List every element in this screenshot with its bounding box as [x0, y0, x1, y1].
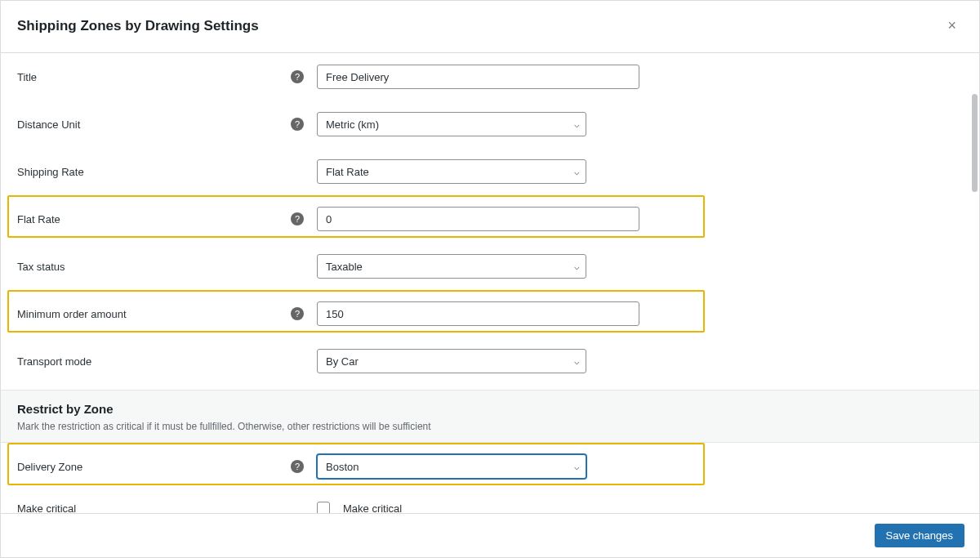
tax-status-label: Tax status [17, 261, 291, 273]
min-order-input[interactable] [317, 301, 639, 326]
row-make-critical: Make critical Make critical [1, 490, 979, 513]
flat-rate-input-col: ? [291, 207, 639, 231]
row-delivery-zone: Delivery Zone ? ⌵ [1, 443, 979, 490]
form-body: Title ? Distance Unit ? ⌵ [1, 53, 979, 513]
distance-unit-value[interactable] [317, 112, 586, 136]
min-order-label: Minimum order amount [17, 308, 291, 320]
transport-mode-select[interactable]: ⌵ [317, 349, 586, 373]
modal-body[interactable]: Title ? Distance Unit ? ⌵ [1, 53, 979, 513]
modal-footer: Save changes [1, 513, 979, 557]
title-label: Title [17, 71, 291, 83]
row-title: Title ? [1, 53, 979, 100]
close-button[interactable]: × [941, 14, 963, 38]
settings-modal: Shipping Zones by Drawing Settings × Tit… [0, 0, 980, 558]
row-shipping-rate: Shipping Rate ⌵ [1, 148, 979, 195]
make-critical-checkbox-label: Make critical [343, 502, 402, 514]
tax-status-select[interactable]: ⌵ [317, 254, 586, 279]
make-critical-input-col: Make critical [291, 502, 402, 513]
tax-status-value[interactable] [317, 254, 586, 279]
transport-mode-value[interactable] [317, 349, 586, 373]
tax-status-input-col: ⌵ [291, 254, 586, 279]
delivery-zone-select[interactable]: ⌵ [317, 454, 586, 479]
row-tax-status: Tax status ⌵ [1, 243, 979, 290]
help-icon[interactable]: ? [291, 118, 304, 131]
flat-rate-input[interactable] [317, 207, 639, 231]
section-restrict-zone: Restrict by Zone Mark the restriction as… [1, 390, 979, 443]
row-min-order: Minimum order amount ? [1, 290, 979, 337]
make-critical-label: Make critical [17, 502, 291, 514]
help-spacer [291, 502, 304, 513]
help-icon[interactable]: ? [291, 307, 304, 320]
title-input[interactable] [317, 65, 639, 89]
help-spacer [291, 260, 304, 273]
shipping-rate-label: Shipping Rate [17, 166, 291, 178]
delivery-zone-input-col: ? ⌵ [291, 454, 586, 479]
distance-unit-label: Distance Unit [17, 118, 291, 131]
row-transport-mode: Transport mode ⌵ [1, 337, 979, 385]
min-order-input-col: ? [291, 301, 639, 326]
make-critical-checkbox[interactable] [317, 502, 330, 513]
row-distance-unit: Distance Unit ? ⌵ [1, 100, 979, 148]
save-changes-button[interactable]: Save changes [875, 524, 964, 547]
modal-title: Shipping Zones by Drawing Settings [17, 18, 259, 34]
restrict-zone-desc: Mark the restriction as critical if it m… [17, 421, 963, 432]
help-icon[interactable]: ? [291, 70, 304, 83]
delivery-zone-label: Delivery Zone [17, 461, 291, 473]
restrict-zone-title: Restrict by Zone [17, 402, 963, 416]
modal-header: Shipping Zones by Drawing Settings × [1, 1, 979, 53]
help-spacer [291, 165, 304, 178]
distance-unit-input-col: ? ⌵ [291, 112, 586, 136]
title-input-col: ? [291, 65, 639, 89]
shipping-rate-value[interactable] [317, 159, 586, 184]
help-spacer [291, 355, 304, 368]
shipping-rate-select[interactable]: ⌵ [317, 159, 586, 184]
help-icon[interactable]: ? [291, 212, 304, 225]
help-icon[interactable]: ? [291, 460, 304, 473]
delivery-zone-value[interactable] [317, 454, 586, 479]
row-flat-rate: Flat Rate ? [1, 195, 979, 243]
shipping-rate-input-col: ⌵ [291, 159, 586, 184]
transport-mode-label: Transport mode [17, 355, 291, 368]
flat-rate-label: Flat Rate [17, 213, 291, 225]
transport-mode-input-col: ⌵ [291, 349, 586, 373]
distance-unit-select[interactable]: ⌵ [317, 112, 586, 136]
